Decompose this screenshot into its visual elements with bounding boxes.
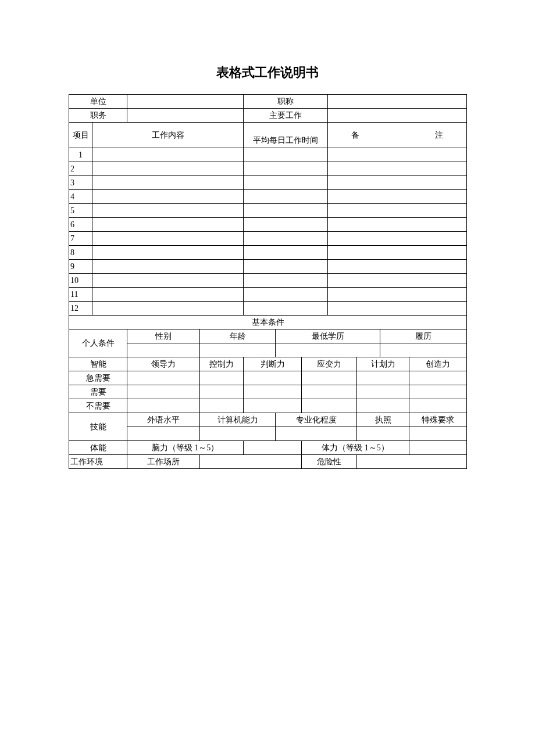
cell (92, 246, 244, 260)
label-judgment: 判断力 (244, 357, 302, 371)
label-project: 项目 (69, 123, 92, 148)
label-basic-cond: 基本条件 (69, 316, 467, 329)
value-body (409, 441, 467, 455)
label-remark: 备 注 (328, 123, 467, 148)
cell (276, 427, 357, 441)
cell (244, 288, 328, 302)
cell (92, 260, 244, 274)
cell (200, 399, 244, 413)
cell (92, 204, 244, 218)
cell (92, 232, 244, 246)
label-need: 需要 (69, 385, 127, 399)
value-danger (357, 455, 467, 469)
value-min-edu (276, 343, 380, 357)
row-num: 12 (69, 302, 92, 316)
cell (244, 176, 328, 190)
cell (244, 190, 328, 204)
label-work-content: 工作内容 (92, 123, 244, 148)
value-gender (127, 343, 200, 357)
cell (328, 288, 467, 302)
cell (92, 288, 244, 302)
label-body: 体力（等级 1～5） (302, 441, 409, 455)
label-personal: 个人条件 (69, 329, 127, 357)
label-urgent: 急需要 (69, 371, 127, 385)
value-brain (244, 441, 302, 455)
value-title-name (328, 95, 467, 109)
cell (328, 204, 467, 218)
label-computer: 计算机能力 (200, 413, 276, 427)
row-num: 3 (69, 176, 92, 190)
cell (127, 399, 200, 413)
label-leadership: 领导力 (127, 357, 200, 371)
cell (328, 246, 467, 260)
cell (328, 302, 467, 316)
cell (92, 176, 244, 190)
cell (92, 302, 244, 316)
cell (409, 371, 467, 385)
cell (92, 190, 244, 204)
value-unit (127, 95, 244, 109)
row-num: 11 (69, 288, 92, 302)
label-main-work: 主要工作 (244, 109, 328, 123)
label-professional: 专业化程度 (276, 413, 357, 427)
label-min-edu: 最低学历 (276, 329, 380, 343)
row-num: 10 (69, 274, 92, 288)
row-num: 4 (69, 190, 92, 204)
cell (244, 399, 302, 413)
job-description-table: 单位 职称 职务 主要工作 项目 工作内容 平均每日工作时间 备 注 1 2 3… (69, 94, 467, 469)
cell (244, 371, 302, 385)
cell (244, 204, 328, 218)
label-avg-time: 平均每日工作时间 (244, 123, 328, 148)
cell (328, 274, 467, 288)
cell (244, 274, 328, 288)
label-env: 工作环境 (69, 455, 127, 469)
row-num: 8 (69, 246, 92, 260)
label-not-need: 不需要 (69, 399, 127, 413)
cell (357, 371, 409, 385)
cell (200, 385, 244, 399)
cell (357, 399, 409, 413)
label-license: 执照 (357, 413, 409, 427)
cell (409, 399, 467, 413)
label-age: 年龄 (200, 329, 276, 343)
label-position: 职务 (69, 109, 127, 123)
cell (357, 427, 409, 441)
cell (244, 385, 302, 399)
label-gender: 性别 (127, 329, 200, 343)
value-main-work (328, 109, 467, 123)
label-planning: 计划力 (357, 357, 409, 371)
cell (328, 176, 467, 190)
value-resume (380, 343, 467, 357)
cell (244, 302, 328, 316)
row-num: 1 (69, 148, 92, 162)
label-title-name: 职称 (244, 95, 328, 109)
value-age (200, 343, 276, 357)
cell (328, 218, 467, 232)
label-place: 工作场所 (127, 455, 200, 469)
page-title: 表格式工作说明书 (69, 64, 466, 81)
cell (328, 162, 467, 176)
cell (328, 260, 467, 274)
label-skill: 技能 (69, 413, 127, 441)
label-special: 特殊要求 (409, 413, 467, 427)
label-adaptability: 应变力 (302, 357, 357, 371)
cell (302, 399, 357, 413)
cell (92, 148, 244, 162)
row-num: 5 (69, 204, 92, 218)
label-intelligence: 智能 (69, 357, 127, 371)
cell (200, 427, 276, 441)
cell (409, 427, 467, 441)
cell (127, 371, 200, 385)
cell (302, 385, 357, 399)
cell (357, 385, 409, 399)
cell (244, 260, 328, 274)
cell (244, 148, 328, 162)
cell (328, 232, 467, 246)
cell (244, 246, 328, 260)
cell (244, 218, 328, 232)
label-unit: 单位 (69, 95, 127, 109)
label-foreign: 外语水平 (127, 413, 200, 427)
cell (244, 232, 328, 246)
cell (409, 385, 467, 399)
cell (127, 385, 200, 399)
